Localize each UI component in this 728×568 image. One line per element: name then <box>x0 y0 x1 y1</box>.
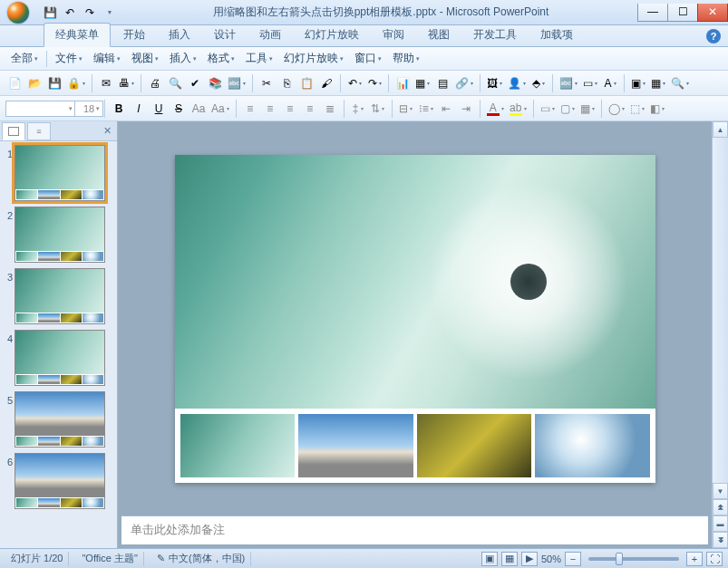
textbox-icon[interactable]: 🔤▾ <box>558 74 579 92</box>
sorter-view-icon[interactable]: ▦ <box>501 552 518 566</box>
quickprint-icon[interactable]: 🖶▾ <box>117 74 136 92</box>
italic-button[interactable]: I <box>130 100 148 118</box>
zoom-slider[interactable] <box>588 557 679 561</box>
paste-icon[interactable]: 📋 <box>297 74 315 92</box>
translate-icon[interactable]: 🔤▾ <box>226 74 248 92</box>
decrease-indent-button[interactable]: ⇤ <box>437 100 455 118</box>
tab-slideshow[interactable]: 幻灯片放映 <box>294 24 370 46</box>
slide-thumbnail[interactable] <box>15 145 105 201</box>
save-icon[interactable]: 💾 <box>42 5 58 21</box>
notes-pane[interactable]: 单击此处添加备注 <box>121 515 708 544</box>
menu-tools[interactable]: 工具▾ <box>240 48 278 69</box>
goto-icon[interactable]: ▬ <box>713 515 728 532</box>
tab-review[interactable]: 审阅 <box>372 24 415 46</box>
font-family-input[interactable] <box>5 101 78 117</box>
shapes-button[interactable]: ◯▾ <box>607 100 626 118</box>
picture-icon[interactable]: 🖼▾ <box>485 74 504 92</box>
save-icon[interactable]: 💾 <box>45 74 63 92</box>
tables-icon[interactable]: ▤ <box>433 74 451 92</box>
justify-button[interactable]: ≡ <box>301 100 319 118</box>
zoom-out-icon[interactable]: − <box>565 552 581 566</box>
tab-classic-menu[interactable]: 经典菜单 <box>44 23 111 47</box>
mail-icon[interactable]: ✉ <box>97 74 115 92</box>
thumbnail-list[interactable]: 1 2 3 4 5 <box>0 141 117 548</box>
spelling-icon[interactable]: ✔ <box>186 74 204 92</box>
clipart-icon[interactable]: 👤▾ <box>506 74 528 92</box>
table-icon[interactable]: ▦▾ <box>413 74 432 92</box>
arrange-button[interactable]: ⬚▾ <box>628 100 646 118</box>
tab-insert[interactable]: 插入 <box>158 24 201 46</box>
header-footer-icon[interactable]: ▭▾ <box>581 74 599 92</box>
cut-icon[interactable]: ✂ <box>257 74 276 92</box>
outline-tab[interactable]: ≡ <box>27 122 51 140</box>
slide-thumbnail[interactable] <box>15 268 105 324</box>
underline-button[interactable]: U <box>150 100 168 118</box>
scroll-down-icon[interactable]: ▼ <box>713 483 728 499</box>
wordart-icon[interactable]: A▾ <box>601 74 619 92</box>
help-icon[interactable]: ? <box>706 29 721 43</box>
next-slide-icon[interactable]: ⯯ <box>713 532 728 548</box>
strikethrough-button[interactable]: S <box>170 100 188 118</box>
menu-window[interactable]: 窗口▾ <box>349 48 387 69</box>
menu-edit[interactable]: 编辑▾ <box>88 48 126 69</box>
panel-close-icon[interactable]: ✕ <box>101 125 113 138</box>
change-case-button[interactable]: Aa▾ <box>209 100 231 118</box>
tab-home[interactable]: 开始 <box>112 24 156 46</box>
office-button[interactable] <box>0 0 36 25</box>
print-icon[interactable]: 🖨 <box>146 74 164 92</box>
research-icon[interactable]: 📚 <box>206 74 224 92</box>
quick-styles-button[interactable]: ◧▾ <box>648 100 666 118</box>
menu-view[interactable]: 视图▾ <box>126 48 164 69</box>
zoom-in-icon[interactable]: + <box>686 552 703 566</box>
slide-thumbnail[interactable] <box>15 207 105 263</box>
distribute-button[interactable]: ≣ <box>321 100 339 118</box>
layout-button[interactable]: ▦▾ <box>578 100 597 118</box>
fit-window-icon[interactable]: ⛶ <box>706 552 723 566</box>
slide-canvas-area[interactable] <box>118 121 712 515</box>
menu-format[interactable]: 格式▾ <box>202 48 240 69</box>
prev-slide-icon[interactable]: ⯭ <box>713 499 728 515</box>
text-direction-button[interactable]: ⇅▾ <box>369 100 387 118</box>
align-right-button[interactable]: ≡ <box>281 100 299 118</box>
menu-slideshow[interactable]: 幻灯片放映▾ <box>278 48 349 69</box>
preview-icon[interactable]: 🔍 <box>166 74 184 92</box>
slideshow-view-icon[interactable]: ▶ <box>521 552 538 566</box>
zoom-icon[interactable]: 🔍▾ <box>669 74 691 92</box>
menu-all[interactable]: 全部▾ <box>5 48 44 69</box>
tab-addins[interactable]: 加载项 <box>529 24 584 46</box>
strip-image[interactable] <box>535 414 650 477</box>
tab-animations[interactable]: 动画 <box>248 24 292 46</box>
strip-image[interactable] <box>180 414 296 477</box>
line-spacing-button[interactable]: ‡▾ <box>349 100 367 118</box>
undo-icon[interactable]: ↶ <box>62 5 78 21</box>
scroll-up-icon[interactable]: ▲ <box>713 121 728 138</box>
chart-icon[interactable]: 📊 <box>393 74 412 92</box>
undo-icon[interactable]: ↶▾ <box>345 74 364 92</box>
slideshow-icon[interactable]: ▣▾ <box>629 74 647 92</box>
slide-thumbnail[interactable] <box>15 453 105 509</box>
zoom-level[interactable]: 50% <box>541 554 561 564</box>
vertical-scrollbar[interactable]: ▲ ▼ ⯭ ▬ ⯯ <box>712 121 728 548</box>
numbering-button[interactable]: ⊟▾ <box>397 100 415 118</box>
menu-insert[interactable]: 插入▾ <box>164 48 202 69</box>
slide-thumbnail[interactable] <box>15 330 105 386</box>
smartart-icon[interactable]: ⬘▾ <box>529 74 548 92</box>
grid-icon[interactable]: ▦▾ <box>649 74 667 92</box>
menu-help[interactable]: 帮助▾ <box>387 48 425 69</box>
format-painter-icon[interactable]: 🖌 <box>317 74 335 92</box>
new-icon[interactable]: 📄 <box>5 74 24 92</box>
redo-icon[interactable]: ↷ <box>82 5 98 21</box>
redo-icon[interactable]: ↷▾ <box>365 74 383 92</box>
new-slide-button[interactable]: ▢▾ <box>558 100 577 118</box>
hyperlink-icon[interactable]: 🔗▾ <box>453 74 475 92</box>
align-center-button[interactable]: ≡ <box>261 100 279 118</box>
design-button[interactable]: ▭▾ <box>539 100 557 118</box>
language-status[interactable]: ✎ 中文(简体，中国) <box>151 552 251 566</box>
maximize-button[interactable]: ☐ <box>667 4 698 22</box>
close-button[interactable]: ✕ <box>697 4 728 22</box>
minimize-button[interactable]: — <box>637 4 668 22</box>
open-icon[interactable]: 📂 <box>25 74 44 92</box>
shadow-button[interactable]: Aa <box>189 100 208 118</box>
qat-customize-icon[interactable]: ▼ <box>102 5 118 21</box>
permission-icon[interactable]: 🔒▾ <box>65 74 87 92</box>
